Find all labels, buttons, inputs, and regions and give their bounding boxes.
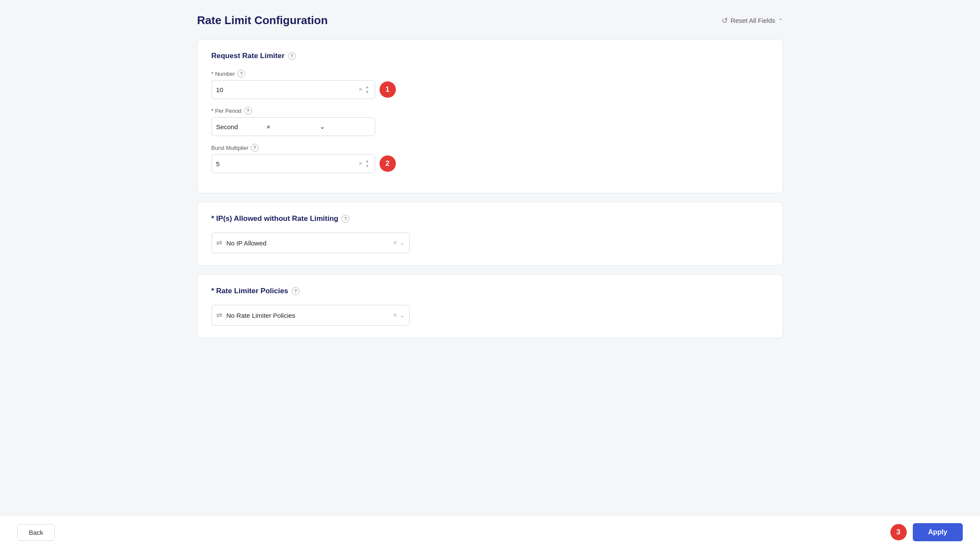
- number-clear-icon[interactable]: ×: [358, 86, 362, 93]
- reset-label: Reset All Fields: [731, 17, 775, 24]
- section-title-rate-limiter-policies: * Rate Limiter Policies ?: [212, 287, 769, 295]
- help-icon-request-rate-limiter[interactable]: ?: [288, 52, 296, 60]
- number-input[interactable]: [216, 86, 359, 93]
- burst-multiplier-clear-icon[interactable]: ×: [358, 160, 362, 167]
- per-period-label: * Per Period ?: [212, 107, 769, 115]
- per-period-clear-icon[interactable]: ×: [267, 123, 317, 130]
- help-icon-number[interactable]: ?: [237, 70, 245, 78]
- section-title-ip-allowed: * IP(s) Allowed without Rate Limiting ?: [212, 214, 769, 223]
- rate-limiter-policies-value: No Rate Limiter Policies: [227, 312, 393, 319]
- footer-right: 3 Apply: [890, 523, 963, 541]
- badge-2: 2: [380, 155, 396, 172]
- burst-multiplier-spin-down[interactable]: ▼: [364, 164, 370, 169]
- footer-bar: Back 3 Apply: [0, 515, 980, 549]
- multiselect-icon-policies: ⇄: [216, 311, 222, 320]
- page-header: Rate Limit Configuration ↺ Reset All Fie…: [197, 14, 783, 27]
- burst-multiplier-input-row: × ▲ ▼ 2: [212, 154, 769, 173]
- burst-multiplier-spinners: ▲ ▼: [364, 158, 370, 169]
- number-input-wrapper[interactable]: × ▲ ▼: [212, 80, 375, 99]
- ip-allowed-section: * IP(s) Allowed without Rate Limiting ? …: [197, 202, 783, 266]
- number-label: * Number ?: [212, 70, 769, 78]
- chevron-up-icon: ⌃: [778, 17, 783, 24]
- burst-multiplier-input-wrapper[interactable]: × ▲ ▼: [212, 154, 375, 173]
- per-period-value: Second: [216, 123, 267, 130]
- ip-allowed-value: No IP Allowed: [227, 239, 393, 247]
- per-period-select[interactable]: Second × ⌄: [212, 117, 375, 136]
- badge-3: 3: [890, 524, 907, 540]
- badge-1: 1: [380, 81, 396, 98]
- section-title-request-rate-limiter: Request Rate Limiter ?: [212, 52, 769, 60]
- reset-icon: ↺: [722, 16, 728, 25]
- rate-limiter-policies-section: * Rate Limiter Policies ? ⇄ No Rate Limi…: [197, 274, 783, 338]
- request-rate-limiter-section: Request Rate Limiter ? * Number ? × ▲ ▼ …: [197, 39, 783, 193]
- help-icon-rate-limiter-policies[interactable]: ?: [292, 287, 299, 295]
- number-spin-up[interactable]: ▲: [364, 84, 370, 90]
- help-icon-burst-multiplier[interactable]: ?: [251, 144, 258, 152]
- burst-multiplier-input[interactable]: [216, 160, 359, 167]
- number-input-row: × ▲ ▼ 1: [212, 80, 769, 99]
- rate-limiter-policies-chevron-icon: ⌄: [400, 312, 405, 319]
- help-icon-ip-allowed[interactable]: ?: [342, 215, 349, 223]
- back-button[interactable]: Back: [17, 524, 55, 541]
- apply-button[interactable]: Apply: [913, 523, 963, 541]
- ip-allowed-clear-icon[interactable]: ×: [393, 239, 397, 247]
- per-period-chevron-icon: ⌄: [320, 123, 370, 130]
- per-period-input-row: Second × ⌄: [212, 117, 769, 136]
- rate-limiter-policies-clear-icon[interactable]: ×: [393, 311, 397, 319]
- burst-multiplier-spin-up[interactable]: ▲: [364, 158, 370, 164]
- burst-multiplier-field-group: Burst Multiplier ? × ▲ ▼ 2: [212, 144, 769, 173]
- ip-allowed-select[interactable]: ⇄ No IP Allowed × ⌄: [212, 233, 410, 253]
- ip-allowed-chevron-icon: ⌄: [400, 239, 405, 246]
- rate-limiter-policies-select[interactable]: ⇄ No Rate Limiter Policies × ⌄: [212, 305, 410, 326]
- per-period-field-group: * Per Period ? Second × ⌄: [212, 107, 769, 136]
- reset-all-button[interactable]: ↺ Reset All Fields ⌃: [722, 16, 783, 25]
- page-title: Rate Limit Configuration: [197, 14, 328, 27]
- number-spinners: ▲ ▼: [364, 84, 370, 95]
- multiselect-icon-ip: ⇄: [216, 239, 222, 248]
- number-field-group: * Number ? × ▲ ▼ 1: [212, 70, 769, 99]
- help-icon-per-period[interactable]: ?: [244, 107, 252, 115]
- burst-multiplier-label: Burst Multiplier ?: [212, 144, 769, 152]
- number-spin-down[interactable]: ▼: [364, 90, 370, 95]
